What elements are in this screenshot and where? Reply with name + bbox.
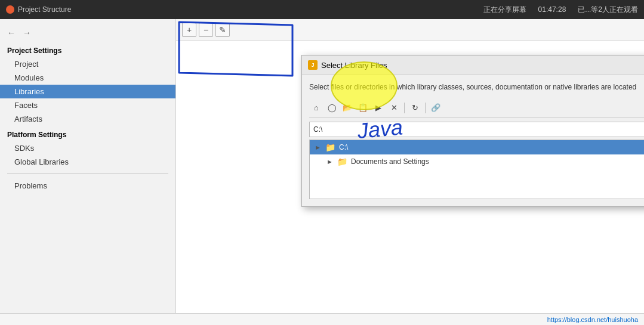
add-library-button[interactable]: + bbox=[182, 23, 196, 37]
refresh-button[interactable]: ↻ bbox=[408, 101, 422, 115]
copy-path-button[interactable]: 📋 bbox=[356, 101, 370, 115]
file-item-documents[interactable]: ► 📁 Documents and Settings bbox=[310, 154, 644, 169]
sidebar-item-libraries[interactable]: Libraries bbox=[0, 85, 175, 98]
file-item-c-drive[interactable]: ► 📁 C:\ bbox=[310, 140, 644, 154]
main-layout: ← → Project Settings Project Modules Lib… bbox=[0, 19, 644, 325]
edit-library-button[interactable]: ✎ bbox=[215, 23, 230, 37]
file-label: C:\ bbox=[339, 143, 348, 151]
toolbar-separator-2 bbox=[425, 103, 426, 113]
sharing-label: 正在分享屏幕 bbox=[483, 5, 526, 15]
sidebar-nav: ← → bbox=[0, 24, 175, 42]
timer-label: 01:47:28 bbox=[538, 5, 566, 14]
file-list: ► 📁 C:\ ► 📁 Documents and Settings bbox=[309, 140, 644, 199]
window-title: Project Structure bbox=[6, 5, 71, 14]
forward-button[interactable]: → bbox=[20, 26, 33, 39]
new-folder-button[interactable]: 📂 bbox=[340, 101, 355, 115]
folder-icon-docs: 📁 bbox=[337, 157, 347, 166]
intellij-icon bbox=[6, 5, 14, 14]
main-content: + − ✎ Nothing to s J Select Library File… bbox=[176, 19, 644, 325]
back-button[interactable]: ← bbox=[5, 26, 18, 39]
dialog-icon: J bbox=[308, 60, 318, 70]
sidebar-item-modules[interactable]: Modules bbox=[0, 71, 175, 85]
link-button[interactable]: 🔗 bbox=[429, 101, 443, 115]
sidebar-item-sdks[interactable]: SDKs bbox=[0, 141, 175, 155]
status-bar: https://blog.csdn.net/huishuoha bbox=[0, 313, 644, 325]
delete-button[interactable]: ✕ bbox=[387, 101, 401, 115]
home-button[interactable]: ⌂ bbox=[309, 101, 323, 115]
dialog-title-bar: J Select Library Files ✕ bbox=[302, 55, 644, 75]
sidebar-item-artifacts[interactable]: Artifacts bbox=[0, 112, 175, 126]
top-bar-info: 正在分享屏幕 01:47:28 已...等2人正在观看 bbox=[483, 5, 638, 15]
remove-library-button[interactable]: − bbox=[199, 23, 213, 37]
sidebar-item-facets[interactable]: Facets bbox=[0, 98, 175, 112]
expand-button[interactable]: ▶ bbox=[371, 101, 386, 115]
top-bar: Project Structure 正在分享屏幕 01:47:28 已...等2… bbox=[0, 0, 644, 19]
dialog-body: Select files or directories in which lib… bbox=[302, 75, 644, 206]
file-label-docs: Documents and Settings bbox=[351, 157, 429, 166]
dialog-description: Select files or directories in which lib… bbox=[309, 82, 644, 92]
new-window-button[interactable]: ◯ bbox=[325, 101, 339, 115]
libraries-toolbar: + − ✎ bbox=[176, 19, 644, 41]
sidebar-divider bbox=[7, 174, 168, 174]
dialog-title-text: Select Library Files bbox=[321, 61, 387, 70]
dialog-toolbar: ⌂ ◯ 📂 📋 ▶ ✕ ↻ 🔗 H bbox=[309, 98, 644, 118]
sidebar-item-problems[interactable]: Problems bbox=[0, 179, 175, 193]
status-url: https://blog.csdn.net/huishuoha bbox=[547, 316, 638, 323]
expand-icon: ► bbox=[315, 144, 322, 151]
dialog-title-content: J Select Library Files bbox=[308, 60, 387, 70]
toolbar-separator bbox=[404, 103, 405, 113]
sidebar-item-global-libraries[interactable]: Global Libraries bbox=[0, 155, 175, 169]
path-bar: C:\ ▼ bbox=[309, 122, 644, 137]
select-library-files-dialog: J Select Library Files ✕ Select files or… bbox=[301, 55, 644, 207]
expand-icon-docs: ► bbox=[326, 158, 334, 165]
project-settings-header: Project Settings bbox=[0, 42, 175, 57]
path-text: C:\ bbox=[313, 125, 644, 134]
folder-icon: 📁 bbox=[325, 143, 335, 152]
sidebar-item-project[interactable]: Project bbox=[0, 57, 175, 71]
platform-settings-header: Platform Settings bbox=[0, 126, 175, 141]
viewers-label: 已...等2人正在观看 bbox=[578, 5, 638, 15]
sidebar: ← → Project Settings Project Modules Lib… bbox=[0, 19, 176, 325]
